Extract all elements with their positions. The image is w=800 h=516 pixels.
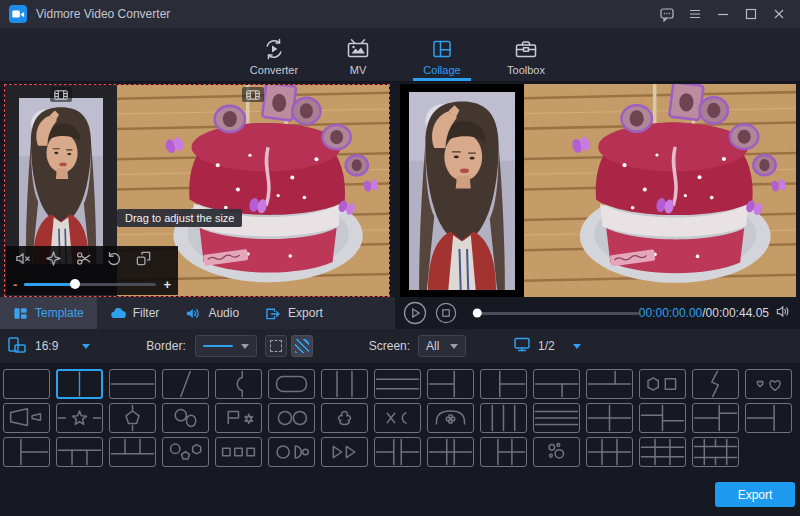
scale-slider-handle[interactable] bbox=[70, 279, 80, 289]
template-option-top-bottom-3cols[interactable] bbox=[56, 437, 103, 467]
template-option-rounded-inset[interactable] bbox=[268, 369, 315, 399]
template-option-left-2rows-right[interactable] bbox=[427, 369, 474, 399]
border-fill-button[interactable] bbox=[291, 335, 313, 357]
feedback-icon[interactable] bbox=[655, 3, 679, 25]
template-option-x-bracket[interactable] bbox=[374, 403, 421, 433]
mute-icon[interactable] bbox=[14, 250, 32, 270]
template-option-grid-border-center[interactable] bbox=[692, 437, 739, 467]
minimize-button[interactable] bbox=[711, 3, 735, 25]
template-option-top-split-bottom[interactable] bbox=[586, 369, 633, 399]
template-option-grid-3x3[interactable] bbox=[639, 437, 686, 467]
progress-handle[interactable] bbox=[473, 309, 482, 318]
tab-collage[interactable]: Collage bbox=[411, 28, 473, 81]
play-button[interactable] bbox=[403, 301, 427, 325]
tab-converter-label: Converter bbox=[250, 64, 298, 76]
preview-cell-portrait bbox=[400, 84, 524, 297]
tab-converter[interactable]: Converter bbox=[243, 28, 305, 81]
template-option-bolt[interactable] bbox=[692, 369, 739, 399]
template-option-top-bottom-split[interactable] bbox=[533, 369, 580, 399]
video-clip-icon bbox=[242, 87, 264, 102]
aspect-ratio-control[interactable]: 16:9 bbox=[8, 337, 90, 356]
effect-star-icon[interactable] bbox=[45, 250, 62, 270]
pager-dropdown-arrow[interactable] bbox=[573, 344, 581, 349]
export-button[interactable]: Export bbox=[715, 482, 795, 507]
template-settings: 16:9 Border: Screen: All 1/2 bbox=[0, 329, 800, 363]
template-option-pentagon-line[interactable] bbox=[109, 403, 156, 433]
zoom-out-button[interactable]: - bbox=[13, 278, 17, 291]
template-option-grid-2x2-offset[interactable] bbox=[639, 403, 686, 433]
template-option-megaphone[interactable] bbox=[3, 403, 50, 433]
maximize-button[interactable] bbox=[739, 3, 763, 25]
template-option-top-3cols-bottom[interactable] bbox=[109, 437, 156, 467]
tab-export[interactable]: Export bbox=[252, 297, 336, 329]
app-window: Vidmore Video Converter Converter bbox=[0, 0, 800, 516]
template-option-star-line[interactable] bbox=[56, 403, 103, 433]
template-option-split-h[interactable] bbox=[109, 369, 156, 399]
template-option-split-v[interactable] bbox=[56, 369, 103, 399]
template-option-hex-square[interactable] bbox=[639, 369, 686, 399]
collage-editor[interactable]: Drag to adjust the size - + bbox=[4, 84, 390, 297]
template-option-dots[interactable] bbox=[533, 437, 580, 467]
template-option-cols-4[interactable] bbox=[480, 403, 527, 433]
window-title: Vidmore Video Converter bbox=[36, 7, 170, 21]
scale-slider[interactable] bbox=[24, 283, 156, 286]
aspect-dropdown-arrow[interactable] bbox=[82, 344, 90, 349]
template-option-rows-4[interactable] bbox=[533, 403, 580, 433]
template-option-hearts[interactable] bbox=[745, 369, 792, 399]
template-option-three-squares[interactable] bbox=[215, 437, 262, 467]
border-style-dropdown[interactable] bbox=[195, 335, 257, 357]
progress-slider[interactable] bbox=[475, 312, 639, 315]
scale-slider-fill bbox=[24, 283, 74, 286]
swap-orientation-icon[interactable] bbox=[135, 250, 152, 270]
menu-icon[interactable] bbox=[683, 3, 707, 25]
template-option-three-shapes[interactable] bbox=[162, 437, 209, 467]
audio-speaker-icon bbox=[185, 306, 201, 321]
template-option-arch-flower[interactable] bbox=[427, 403, 474, 433]
aspect-ratio-icon bbox=[8, 337, 26, 356]
rotate-icon[interactable] bbox=[105, 250, 122, 270]
template-option-flag-burst[interactable] bbox=[215, 403, 262, 433]
template-option-circle-moons[interactable] bbox=[268, 437, 315, 467]
template-option-two-circles[interactable] bbox=[268, 403, 315, 433]
tab-template[interactable]: Template bbox=[0, 297, 97, 329]
tab-audio[interactable]: Audio bbox=[172, 297, 252, 329]
border-dash-button[interactable] bbox=[265, 335, 287, 357]
template-option-grid-mid-rows[interactable] bbox=[374, 437, 421, 467]
template-option-left-col-grid-4[interactable] bbox=[480, 437, 527, 467]
total-time: 00:00:44.05 bbox=[706, 306, 769, 320]
template-option-play-arrows[interactable] bbox=[321, 437, 368, 467]
stop-button[interactable] bbox=[434, 301, 458, 325]
tab-filter[interactable]: Filter bbox=[97, 297, 173, 329]
template-option-grid-3x2[interactable] bbox=[586, 437, 633, 467]
template-option-rows-3[interactable] bbox=[374, 369, 421, 399]
template-option-two-ovals[interactable] bbox=[162, 403, 209, 433]
footer: Export bbox=[715, 482, 795, 507]
tab-collage-label: Collage bbox=[423, 64, 460, 76]
template-icon bbox=[13, 306, 28, 321]
template-option-diagonal[interactable] bbox=[162, 369, 209, 399]
screen-dropdown[interactable]: All bbox=[418, 335, 466, 357]
tab-mv[interactable]: MV bbox=[327, 28, 389, 81]
cut-scissors-icon[interactable] bbox=[75, 250, 92, 270]
template-option-left-rows-right-col[interactable] bbox=[745, 403, 792, 433]
tab-mv-label: MV bbox=[350, 64, 367, 76]
template-option-left-right-2rows[interactable] bbox=[480, 369, 527, 399]
template-option-cols-3[interactable] bbox=[321, 369, 368, 399]
screen-pager[interactable]: 1/2 bbox=[514, 337, 581, 355]
template-option-grid-mid-cols[interactable] bbox=[427, 437, 474, 467]
titlebar: Vidmore Video Converter bbox=[0, 0, 800, 28]
close-button[interactable] bbox=[767, 3, 791, 25]
volume-icon[interactable] bbox=[775, 304, 790, 322]
collage-preview bbox=[400, 84, 796, 297]
template-option-grid-mixed[interactable] bbox=[692, 403, 739, 433]
portrait-video-thumbnail bbox=[19, 98, 103, 264]
tab-toolbox-label: Toolbox bbox=[507, 64, 545, 76]
app-logo-icon bbox=[9, 5, 27, 23]
template-option-curve[interactable] bbox=[215, 369, 262, 399]
template-option-single[interactable] bbox=[3, 369, 50, 399]
tab-toolbox[interactable]: Toolbox bbox=[495, 28, 557, 81]
zoom-in-button[interactable]: + bbox=[163, 278, 171, 291]
template-option-left-col-right-2rows[interactable] bbox=[3, 437, 50, 467]
template-option-grid-2x2[interactable] bbox=[586, 403, 633, 433]
template-option-clover[interactable] bbox=[321, 403, 368, 433]
